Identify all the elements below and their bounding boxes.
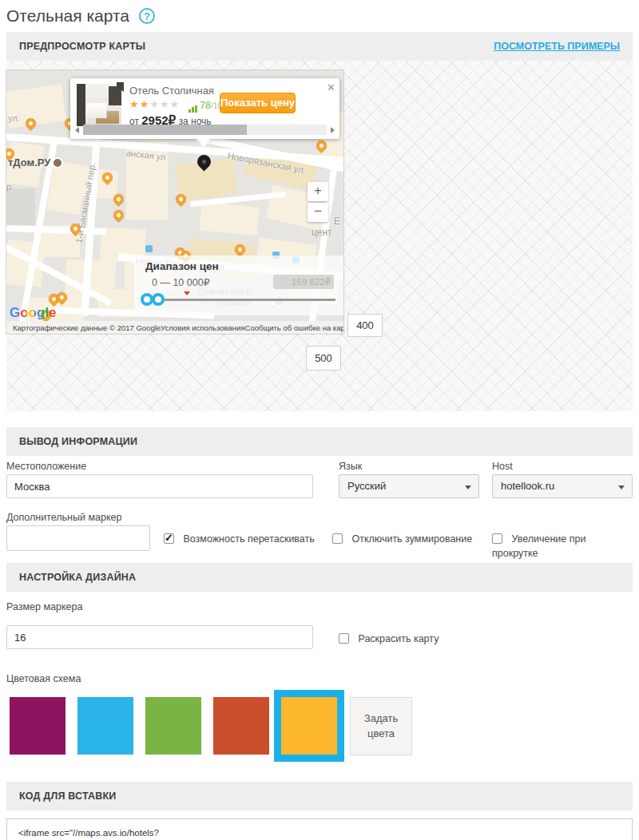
swatch-blue[interactable]: [77, 697, 133, 755]
attribution-copyright: Картографические данные © 2017 Google: [13, 323, 161, 332]
page-title: Отельная карта: [6, 6, 129, 26]
checkbox-draggable-box[interactable]: [164, 533, 174, 544]
street-label-ul: ул.: [8, 113, 20, 123]
design-section-title: НАСТРОЙКА ДИЗАЙНА: [19, 572, 136, 583]
host-value: hotellook.ru: [501, 480, 554, 492]
map-width-input[interactable]: [306, 346, 341, 370]
max-price-chip: 169 822₽: [273, 275, 334, 289]
price-slider-track[interactable]: [145, 299, 335, 301]
checkbox-disable-zoom-box[interactable]: [332, 533, 343, 544]
language-select[interactable]: Русский: [339, 474, 479, 498]
checkbox-colorize-map[interactable]: Раскрасить карту: [339, 631, 439, 645]
preview-section-header: ПРЕДПРОСМОТР КАРТЫ ПОСМОТРЕТЬ ПРИМЕРЫ: [6, 32, 633, 61]
price-filter-title: Диапазон цен: [145, 260, 219, 272]
checkbox-colorize-map-box[interactable]: [339, 633, 349, 644]
checkbox-disable-zoom[interactable]: Отключить зуммирование: [332, 531, 472, 545]
color-scheme-label: Цветовая схема: [6, 673, 633, 684]
color-scheme-row: Задать цвета: [6, 689, 633, 763]
poi-otdom-label: тДом.РУ: [8, 157, 50, 168]
price-filter-range: 0 — 10 000₽: [152, 276, 210, 288]
rating-value: 78: [200, 100, 211, 111]
price-slider-handle-max[interactable]: [152, 293, 165, 306]
set-colors-button[interactable]: Задать цвета: [350, 697, 412, 755]
checkbox-scroll-zoom[interactable]: Увеличение при прокрутке: [492, 531, 633, 560]
map-building: [6, 188, 35, 225]
extra-marker-input[interactable]: [6, 525, 150, 551]
hotel-popup: Отель Столичная ★★★★★ 78/100 от 2952₽ за…: [70, 78, 339, 139]
stars-empty: ★★★: [149, 98, 180, 110]
checkbox-scroll-zoom-label: Увеличение при прокрутке: [492, 533, 585, 559]
embed-section-title: КОД ДЛЯ ВСТАВКИ: [19, 790, 116, 802]
help-icon[interactable]: ?: [139, 8, 155, 24]
checkbox-draggable-label: Возможность перетаскивать: [183, 533, 314, 545]
extra-marker-label: Дополнительный маркер: [6, 512, 150, 523]
map-pin-icon[interactable]: [111, 208, 125, 222]
price-marker-icon: [184, 291, 190, 295]
chevron-down-icon: [618, 485, 625, 489]
map-label-cent: цент: [312, 227, 332, 238]
scroll-left-icon[interactable]: [75, 127, 79, 133]
map-canvas[interactable]: ул. р. анская ул Новорязанская ул. 1-й Б…: [6, 70, 343, 334]
map-building: [200, 202, 260, 236]
attribution-report-link[interactable]: Сообщить об ошибке на карте: [245, 323, 343, 332]
swatch-selected-frame: [274, 690, 344, 762]
marker-size-input[interactable]: [6, 625, 313, 649]
design-section-header: НАСТРОЙКА ДИЗАЙНА: [6, 563, 633, 592]
poi-otdom-icon[interactable]: [52, 157, 63, 168]
page-header: Отельная карта ?: [6, 5, 633, 27]
hotel-photo[interactable]: [77, 84, 121, 126]
star-rating: ★★★★★: [129, 98, 180, 110]
host-select[interactable]: hotellook.ru: [492, 474, 633, 498]
transit-icon: [145, 245, 153, 252]
swatch-green[interactable]: [145, 697, 201, 755]
street-label-r: р.: [6, 182, 14, 192]
swatch-yellow[interactable]: [281, 697, 337, 755]
language-value: Русский: [347, 480, 386, 492]
checkbox-scroll-zoom-box[interactable]: [492, 533, 502, 544]
info-section-title: ВЫВОД ИНФОРМАЦИИ: [19, 436, 137, 447]
embed-section-header: КОД ДЛЯ ВСТАВКИ: [6, 782, 633, 810]
show-price-button[interactable]: Показать цену: [220, 93, 296, 113]
google-logo[interactable]: Google: [10, 305, 57, 321]
popup-close-icon[interactable]: ✕: [327, 81, 335, 93]
zoom-in-button[interactable]: +: [308, 182, 328, 201]
see-examples-link[interactable]: ПОСМОТРЕТЬ ПРИМЕРЫ: [494, 41, 620, 52]
host-label: Host: [492, 461, 633, 472]
map-attribution: Картографические данные © 2017 Google Ус…: [6, 321, 343, 334]
checkbox-draggable[interactable]: Возможность перетаскивать: [164, 531, 315, 545]
info-section-header: ВЫВОД ИНФОРМАЦИИ: [6, 427, 633, 456]
marker-size-label: Размер маркера: [6, 601, 633, 612]
map-preview-area: ул. р. анская ул Новорязанская ул. 1-й Б…: [6, 61, 633, 411]
location-label: Местоположение: [6, 461, 313, 472]
checkbox-disable-zoom-label: Отключить зуммирование: [351, 533, 472, 545]
popup-tail: [196, 138, 211, 148]
price-filter-panel: Диапазон цен 0 — 10 000₽ 169 822₽: [134, 256, 343, 315]
chevron-down-icon: [465, 485, 471, 489]
stars-filled: ★★: [129, 98, 149, 110]
language-label: Язык: [339, 461, 479, 472]
map-height-input[interactable]: [347, 314, 383, 337]
hotel-name: Отель Столичная: [129, 85, 214, 97]
embed-code[interactable]: <iframe src="//maps.avs.io/hotels? color…: [6, 818, 633, 840]
zoom-out-button[interactable]: −: [308, 203, 328, 222]
scrollbar-thumb[interactable]: [83, 125, 247, 135]
map-label-e: Е: [334, 216, 340, 227]
preview-section-title: ПРЕДПРОСМОТР КАРТЫ: [19, 41, 145, 52]
swatch-purple[interactable]: [10, 697, 65, 755]
swatch-red[interactable]: [213, 697, 269, 755]
attribution-terms-link[interactable]: Условия использования: [161, 323, 244, 332]
popup-scrollbar: [75, 125, 335, 135]
scroll-right-icon[interactable]: [331, 127, 335, 133]
location-input[interactable]: [6, 474, 313, 498]
checkbox-colorize-map-label: Раскрасить карту: [358, 633, 439, 644]
